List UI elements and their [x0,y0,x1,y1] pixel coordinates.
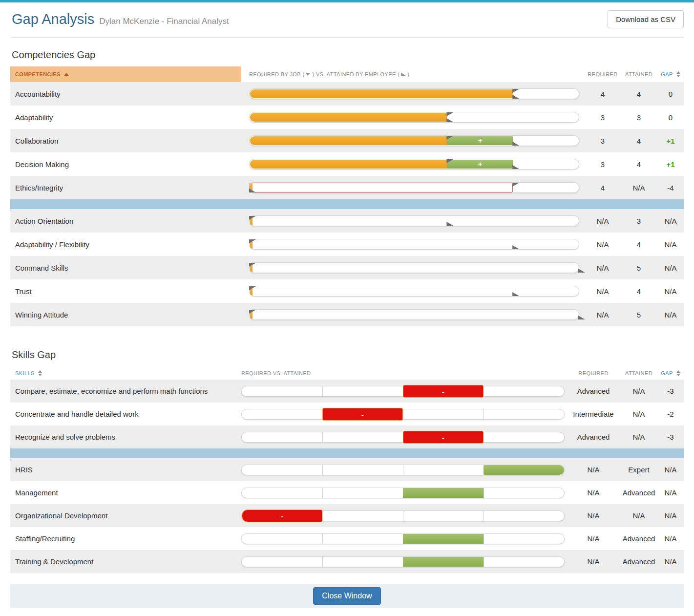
close-window-button[interactable]: Close Window [313,587,380,605]
required-value: N/A [567,534,620,543]
gap-value: +1 [657,160,684,169]
gap-value: +1 [657,137,684,145]
gap-value: N/A [657,287,684,296]
required-value: Intermediate [567,410,620,418]
table-row: Adaptability / FlexibilityN/A4N/A [10,233,684,256]
table-row: Winning AttitudeN/A5N/A [10,303,684,326]
competency-name: Action Orientation [10,217,241,225]
required-fill-bar [250,136,447,145]
download-csv-button[interactable]: Download as CSV [608,10,684,28]
table-row: ManagementN/AAdvancedN/A [10,481,684,504]
segment-divider [484,488,484,498]
skill-bar-track: - [241,432,565,443]
competency-name: Accountability [10,90,241,98]
attained-value: 3 [620,113,657,122]
competency-bar-track [249,309,579,320]
table-row: Organizational Development-N/AN/AN/A [10,504,684,527]
gap-value: N/A [657,557,684,566]
segment-divider [403,511,403,521]
gap-col-label: GAP [661,71,673,77]
competency-name: Adaptability / Flexibility [10,240,241,249]
attained-value: 4 [620,137,657,145]
skills-table-header: SKILLS REQUIRED VS. ATTAINED REQUIRED AT… [10,366,684,380]
skill-bar-track [241,533,565,544]
sort-both-icon [676,370,680,376]
competency-bar-track [249,88,579,99]
competencies-table-header: COMPETENCIES REQUIRED BY JOB ( ) VS. ATT… [10,66,684,82]
skill-bar-track: - [241,386,565,397]
gap-col-label: GAP [661,370,673,376]
required-value: 3 [585,160,620,169]
competencies-bar-col-header: REQUIRED BY JOB ( ) VS. ATTAINED BY EMPL… [241,71,585,77]
segment-divider [484,409,484,419]
competency-bar-track [249,182,579,193]
skill-bar-cell: - [241,403,567,425]
attained-value: Advanced [620,557,657,566]
required-value: N/A [585,311,620,319]
competency-bar-cell [241,256,585,279]
attained-flag-marker [512,142,519,146]
required-flag-marker [512,89,519,93]
attained-value: 3 [620,217,657,225]
attained-flag-marker [446,222,453,226]
required-flag-marker [249,286,256,290]
bar-col-label-part: REQUIRED BY JOB ( [249,71,305,77]
required-value: 3 [585,137,620,145]
attained-value: 4 [620,287,657,296]
skill-bar-cell [241,481,567,504]
skill-name: Concentrate and handle detailed work [10,410,241,418]
skill-name: Training & Development [10,557,241,566]
segment-divider [403,465,403,475]
attained-value: N/A [620,410,657,418]
gap-sort-header[interactable]: GAP [657,71,684,77]
competency-name: Winning Attitude [10,311,241,319]
competency-bar-track: + [249,159,579,170]
skill-name: HRIS [10,466,241,474]
attained-flag-marker [446,118,453,122]
competency-name: Command Skills [10,264,241,272]
table-row: Concentrate and handle detailed work-Int… [10,403,684,425]
competency-name: Collaboration [10,137,241,145]
competency-bar-track [249,239,579,250]
deficit-block: - [403,385,484,398]
gap-value: N/A [657,311,684,319]
attained-col-header: ATTAINED [620,370,657,376]
skill-bar-cell: - [241,504,567,527]
attained-value: 5 [620,311,657,319]
attained-value: Advanced [620,534,657,543]
skill-bar-cell [241,550,567,573]
competency-bar-cell: + [241,129,585,152]
required-value: 4 [585,90,620,98]
required-value: N/A [585,217,620,225]
required-value: N/A [585,240,620,249]
sort-ascending-icon [64,73,69,76]
attained-col-header: ATTAINED [620,71,657,77]
gap-sort-header[interactable]: GAP [657,370,684,376]
competencies-sort-header[interactable]: COMPETENCIES [10,66,241,82]
segment-divider [322,432,323,442]
gap-value: -3 [657,387,684,395]
gap-value: N/A [657,511,684,520]
attained-value: N/A [620,184,657,192]
page-header: Gap Analysis Dylan McKenzie - Financial … [10,2,684,38]
separator-band [10,199,684,209]
skill-bar-track [241,465,565,475]
competency-bar-track [249,262,579,273]
gap-value: -3 [657,433,684,441]
attained-flag-marker [512,165,519,169]
required-flag-marker [249,239,256,243]
surplus-fill-bar: + [447,136,513,145]
attained-block [403,534,484,544]
required-col-header: REQUIRED [585,71,620,77]
attained-value: 4 [620,90,657,98]
sort-both-icon [38,370,42,376]
table-row: HRISN/AExpertN/A [10,458,684,481]
segment-divider [484,432,484,442]
segment-divider [322,465,323,475]
skills-col-label: SKILLS [15,370,35,376]
competency-bar-track [249,286,579,297]
attained-block [403,557,484,567]
skill-name: Organizational Development [10,511,241,520]
table-row: Training & DevelopmentN/AAdvancedN/A [10,550,684,573]
skills-sort-header[interactable]: SKILLS [10,370,241,376]
